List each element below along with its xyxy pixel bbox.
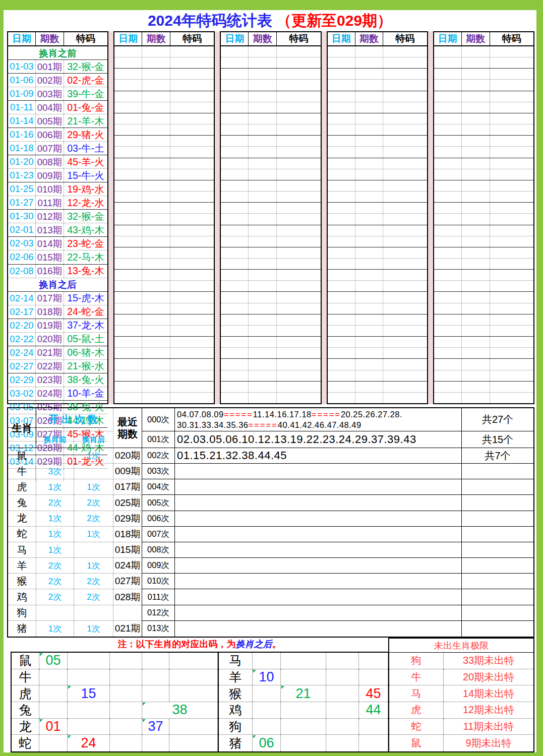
post-change-count-cell [74, 542, 113, 558]
date-cell [328, 180, 355, 191]
count-total [462, 621, 533, 637]
code-cell [170, 225, 214, 236]
period-cell [248, 136, 276, 146]
empty-row [434, 80, 533, 91]
empty-row [221, 292, 320, 303]
date-cell: 01-30 [8, 210, 35, 223]
pre-change-count-cell: 3次 [36, 464, 74, 479]
date-cell [328, 348, 355, 358]
table-row: 02-03014期23-蛇-金 [8, 237, 107, 250]
period-cell [142, 69, 170, 79]
empty-row [221, 314, 320, 326]
times-count-label: 007次 [142, 527, 175, 542]
date-cell [328, 359, 355, 369]
empty-row [328, 192, 427, 203]
date-cell: 01-09 [8, 87, 35, 100]
empty-row [114, 348, 214, 359]
empty-row [434, 46, 533, 57]
period-cell [142, 169, 170, 180]
period-cell [461, 214, 490, 224]
date-cell: 02-22 [8, 333, 35, 346]
date-cell [434, 303, 461, 314]
times-count-label: 011次 [142, 589, 175, 605]
empty-row [221, 180, 320, 192]
period-cell [248, 113, 276, 124]
limit-text-cell: 20期未出特 [444, 669, 533, 686]
date-cell: 01-06 [8, 74, 35, 87]
empty-row [114, 370, 214, 382]
date-cell [221, 359, 248, 369]
period-cell: 009期 [35, 169, 64, 182]
zodiac-name-cell: 狗 [8, 605, 36, 621]
code-cell [383, 314, 427, 325]
zodiac-name-cell: 鼠 [8, 448, 36, 464]
top-table: 日期期数特码换肖之前01-03001期32-猴-金01-06002期02-虎-金… [7, 31, 534, 404]
code-cell [383, 225, 427, 236]
zodiac-name-cell: 蛇 [8, 527, 36, 542]
stats-header-post: 换肖后 [74, 431, 113, 448]
date-cell [114, 203, 142, 213]
empty-row [434, 57, 533, 69]
table-row: 02-01013期43-鸡-木 [8, 223, 107, 237]
date-cell [221, 169, 248, 180]
empty-row [114, 270, 214, 281]
period-cell [461, 124, 490, 135]
date-cell [221, 225, 248, 236]
zodiac-name-cell: 鸡 [219, 702, 253, 719]
period-cell [248, 46, 276, 57]
code-cell [490, 225, 533, 236]
zodiac-name-cell: 猪 [8, 621, 36, 637]
date-cell [328, 303, 355, 314]
period-cell [355, 136, 383, 146]
empty-row [328, 124, 427, 136]
period-cell [355, 281, 383, 291]
code-cell [490, 203, 533, 213]
date-cell [434, 91, 461, 102]
post-change-count-cell: 1次 [74, 527, 113, 542]
period-cell [355, 337, 383, 347]
code-cell [170, 136, 214, 146]
empty-row [114, 203, 214, 214]
date-cell [328, 203, 355, 213]
title-main: 2024年特码统计表 [148, 12, 272, 29]
recent-period-cell: 018期 [113, 527, 142, 542]
post-change-count-cell: 1次 [74, 448, 113, 464]
date-cell [328, 80, 355, 90]
code-value-cell: 05 [39, 653, 68, 669]
date-cell [434, 270, 461, 280]
zodiac-name-cell: 羊 [8, 558, 36, 574]
code-cell [490, 136, 533, 146]
empty-row [328, 46, 427, 57]
limit-zodiac-cell: 牛 [389, 669, 444, 686]
period-cell [142, 348, 170, 358]
period-cell [248, 236, 276, 247]
period-cell [142, 247, 170, 258]
empty-row [328, 359, 427, 370]
period-cell [248, 57, 276, 68]
period-cell [142, 326, 170, 336]
code-cell: 32-猴-金 [64, 60, 107, 73]
date-cell [434, 337, 461, 347]
table-row: 03-02024期10-羊-金 [8, 387, 107, 401]
code-cell [276, 192, 320, 202]
date-cell [221, 102, 248, 113]
period-cell [142, 147, 170, 157]
date-cell [434, 113, 461, 124]
code-cell: 13-兔-木 [64, 265, 107, 278]
period-cell [248, 281, 276, 291]
post-change-count-cell: 1次 [74, 621, 113, 637]
period-cell [248, 393, 276, 403]
period-cell [355, 158, 383, 169]
empty-value-cell [169, 669, 218, 686]
date-cell [221, 147, 248, 157]
date-cell [114, 169, 142, 180]
code-value-cell: 37 [142, 719, 169, 735]
code-cell [170, 91, 214, 102]
empty-row [328, 169, 427, 180]
zodiac-name-cell: 马 [219, 653, 253, 669]
empty-row [114, 69, 214, 80]
code-cell [490, 393, 533, 403]
empty-value-cell [253, 685, 281, 702]
code-cell [276, 292, 320, 302]
empty-row [434, 214, 533, 225]
